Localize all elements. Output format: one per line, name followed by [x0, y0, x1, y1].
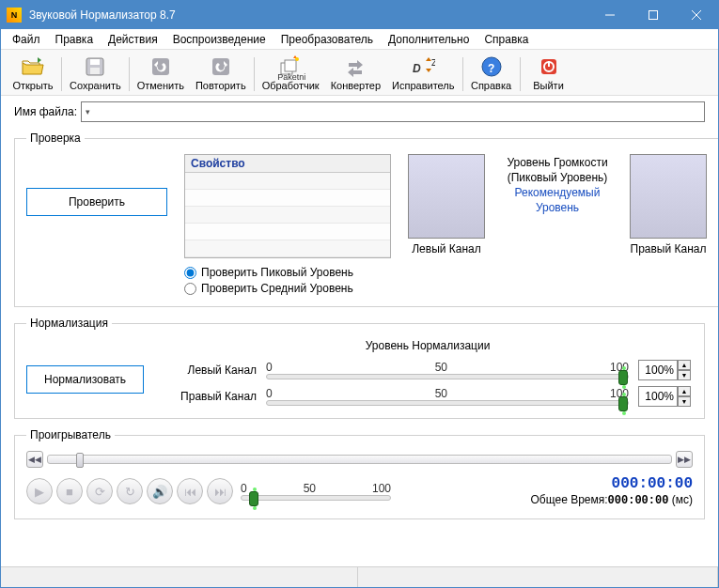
svg-rect-10	[285, 60, 296, 71]
spin-down[interactable]: ▼	[678, 396, 691, 407]
app-icon: N	[7, 8, 22, 23]
prev-button[interactable]: ⏮	[177, 478, 203, 504]
maximize-icon	[649, 10, 658, 20]
seek-back-button[interactable]: ◀◀	[26, 451, 43, 468]
player-legend: Проигрыватель	[26, 428, 115, 441]
convert-icon	[342, 54, 368, 80]
tb-help-label: Справка	[471, 80, 511, 91]
open-icon	[20, 54, 46, 80]
verify-legend: Проверка	[26, 132, 85, 145]
svg-rect-1	[649, 11, 658, 20]
tb-redo-label: Повторить	[195, 80, 246, 91]
left-spin[interactable]: ▲▼	[638, 360, 693, 380]
tb-help[interactable]: ? Справка	[465, 54, 518, 91]
right-slider[interactable]: 050100	[266, 387, 629, 406]
radio-avg[interactable]: Проверить Средний Уровень	[184, 282, 391, 295]
window-title: Звуковой Нормализатор 8.7	[29, 8, 588, 22]
menu-converter[interactable]: Преобразователь	[274, 31, 381, 48]
seek-bar: ◀◀ ▶▶	[26, 451, 693, 468]
seek-thumb[interactable]	[76, 453, 84, 468]
tb-save[interactable]: Сохранить	[64, 54, 127, 91]
tb-exit-label: Выйти	[533, 80, 564, 91]
menu-extra[interactable]: Дополнительно	[381, 31, 477, 48]
tb-convert-label: Конвертер	[331, 80, 381, 91]
stop-button[interactable]: ■	[56, 478, 83, 504]
left-slider-row: Левый Канал 050100 ▲▼	[163, 360, 693, 380]
left-slider[interactable]: 050100	[266, 361, 629, 379]
svg-text:?: ?	[488, 62, 494, 75]
minimize-button[interactable]	[588, 1, 632, 29]
menu-edit[interactable]: Правка	[48, 31, 102, 48]
volume-title: Уровень Громкости	[507, 156, 607, 169]
tb-batch[interactable]: Paketni Обработчик	[257, 54, 325, 91]
recommended-link[interactable]: Рекомендуемый	[515, 186, 601, 199]
right-value-input[interactable]	[638, 386, 678, 407]
normalize-title: Уровень Нормализации	[163, 339, 693, 352]
maximize-button[interactable]	[632, 1, 675, 29]
tb-open-label: Открыть	[12, 80, 53, 91]
close-button[interactable]	[675, 1, 718, 29]
tb-convert[interactable]: Конвертер	[325, 54, 386, 91]
slider-thumb[interactable]	[249, 491, 258, 506]
time-current: 000:00:00	[612, 475, 693, 492]
batch-overlay-text: Paketni	[277, 72, 305, 82]
slider-thumb[interactable]	[618, 396, 628, 411]
menu-actions[interactable]: Действия	[101, 31, 165, 48]
sound-button[interactable]: 🔊	[147, 478, 173, 504]
verify-button[interactable]: Проверить	[26, 188, 167, 216]
radio-peak-input[interactable]	[184, 267, 196, 279]
property-table[interactable]: Свойство	[184, 154, 391, 258]
seek-track[interactable]	[47, 455, 672, 464]
content: Имя файла: ▾ Проверка Проверить Свойство	[1, 96, 718, 566]
filename-label: Имя файла:	[14, 105, 77, 118]
next-button[interactable]: ⏭	[207, 478, 233, 504]
loop-button[interactable]: ⟳	[86, 478, 113, 504]
reload-button[interactable]: ↻	[117, 478, 143, 504]
table-row	[185, 190, 390, 207]
right-channel-label: Правый Канал	[631, 242, 707, 255]
tb-undo[interactable]: Отменить	[132, 54, 190, 91]
svg-rect-5	[90, 59, 100, 65]
right-channel-meter	[630, 154, 707, 239]
radio-avg-label: Проверить Средний Уровень	[201, 282, 353, 295]
filename-combo[interactable]: ▾	[81, 101, 705, 122]
normalize-button[interactable]: Нормализовать	[26, 365, 144, 394]
player-mini-slider[interactable]: 050100	[241, 482, 391, 501]
spin-up[interactable]: ▲	[678, 360, 691, 370]
titlebar: N Звуковой Нормализатор 8.7	[1, 1, 718, 29]
tb-exit[interactable]: Выйти	[523, 54, 575, 91]
toolbar-sep	[520, 57, 521, 91]
help-icon: ?	[478, 54, 505, 80]
left-value-input[interactable]	[638, 360, 678, 380]
right-slider-row: Правый Канал 050100 ▲▼	[163, 386, 693, 407]
svg-rect-8	[212, 58, 229, 75]
minimize-icon	[605, 10, 615, 20]
svg-rect-6	[90, 68, 100, 74]
volume-subtitle: (Пиковый Уровень)	[508, 171, 608, 184]
total-value: 000:00:00	[608, 494, 669, 507]
recommended-link2[interactable]: Уровень	[536, 201, 579, 214]
tb-open[interactable]: Открыть	[7, 54, 59, 91]
right-spin[interactable]: ▲▼	[638, 386, 693, 407]
play-button[interactable]: ▶	[26, 478, 53, 504]
channels: Левый Канал Уровень Громкости (Пиковый У…	[408, 154, 707, 255]
left-slider-label: Левый Канал	[163, 364, 257, 377]
radio-avg-input[interactable]	[184, 283, 196, 295]
right-slider-label: Правый Канал	[163, 390, 257, 403]
seek-fwd-button[interactable]: ▶▶	[676, 451, 693, 468]
undo-icon	[148, 54, 174, 80]
spin-down[interactable]: ▼	[678, 370, 691, 380]
table-row	[185, 207, 390, 224]
tb-redo[interactable]: Повторить	[190, 54, 252, 91]
menu-playback[interactable]: Воспроизведение	[165, 31, 274, 48]
menu-file[interactable]: Файл	[5, 31, 48, 48]
normalize-group: Нормализация Нормализовать Уровень Норма…	[14, 317, 705, 419]
menu-help[interactable]: Справка	[477, 31, 536, 48]
filename-row: Имя файла: ▾	[14, 101, 705, 122]
tb-fix[interactable]: Dz Исправитель	[386, 54, 460, 91]
slider-thumb[interactable]	[618, 370, 628, 385]
spin-up[interactable]: ▲	[678, 386, 691, 396]
status-cell-1	[1, 567, 358, 587]
radio-peak[interactable]: Проверить Пиковый Уровень	[184, 266, 391, 279]
time-block: 000:00:00 Общее Время:000:00:00 (мс)	[531, 475, 693, 507]
